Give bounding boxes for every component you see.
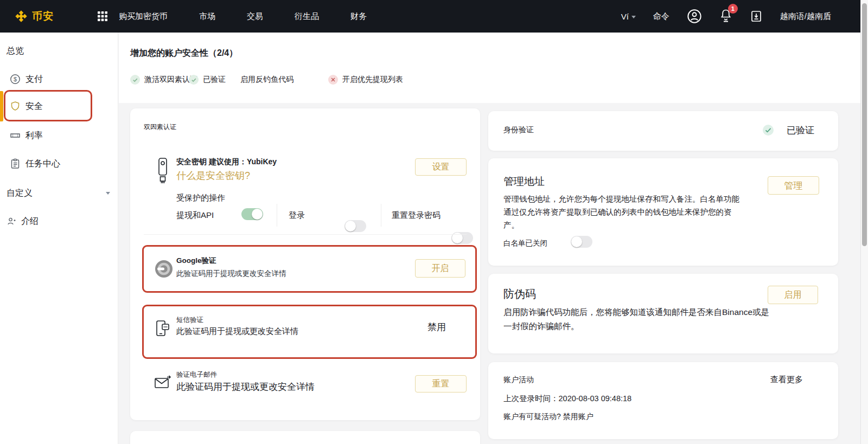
apps-grid-icon[interactable]	[97, 11, 108, 22]
setup-security-key-button[interactable]: 设置	[415, 158, 467, 176]
whitelist-toggle[interactable]	[571, 236, 592, 248]
check-circle-icon	[130, 75, 140, 85]
usb-key-icon	[156, 157, 169, 186]
x-circle-icon	[328, 75, 338, 85]
toggle-knob	[345, 221, 356, 231]
sidebar-header-overview[interactable]: 总览	[0, 40, 118, 62]
checklist-item-antiphishing: 启用反钓鱼代码	[240, 75, 293, 85]
sms-verification-title: 短信验证	[176, 316, 203, 325]
toggle-label-reset-password: 重置登录密码	[392, 210, 441, 221]
toggle-label-login: 登录	[289, 210, 305, 221]
checklist-item-2fa: 激活双因素认证	[130, 75, 197, 85]
enable-google-button[interactable]: 开启	[415, 259, 465, 278]
nav-orders[interactable]: 命令	[653, 11, 669, 22]
notifications-button[interactable]: 1	[719, 8, 732, 24]
svg-text:$: $	[14, 76, 17, 82]
binance-diamond-icon	[14, 9, 28, 23]
two-factor-card: 双因素认证 安全密钥 建议使用：YubiKey 什么是安全密钥? 设置 受保护的…	[130, 108, 480, 420]
download-icon	[750, 10, 763, 23]
identity-title: 身份验证	[503, 125, 534, 135]
sidebar-header-custom[interactable]: 自定义	[0, 180, 118, 206]
google-verification-title: Google验证	[176, 256, 216, 266]
dollar-circle-icon: $	[10, 74, 21, 85]
email-verification-title: 验证电子邮件	[176, 370, 217, 379]
sidebar-item-interest[interactable]: 利率	[0, 123, 118, 149]
nav-item-markets[interactable]: 市场	[199, 11, 215, 22]
reset-email-button[interactable]: 重置	[415, 375, 467, 392]
address-management-card: 管理地址 管理钱包地址，允许您为每个提现地址保存和写入备注。白名单功能通过仅允许…	[488, 158, 838, 266]
login-toggle[interactable]	[344, 220, 366, 232]
check-circle-icon	[189, 75, 199, 85]
tasks-icon	[10, 158, 21, 169]
activity-title: 账户活动	[503, 375, 534, 385]
scrollbar-track	[860, 0, 868, 444]
google-verification-desc: 此验证码用于提现或更改安全详情	[176, 269, 286, 279]
sms-phone-icon	[155, 320, 170, 340]
active-indicator	[0, 91, 3, 121]
top-nav: 币安 购买加密货币 市场 交易 衍生品 财务 Ví 命令	[0, 0, 868, 33]
chevron-down-icon	[106, 192, 110, 195]
address-title: 管理地址	[503, 175, 545, 189]
identity-status: 已验证	[787, 124, 814, 137]
sidebar-item-referral[interactable]: 介绍	[0, 209, 118, 233]
identity-verification-card: 身份验证 已验证	[488, 111, 838, 151]
binance-security-page: 币安 购买加密货币 市场 交易 衍生品 财务 Ví 命令	[0, 0, 868, 444]
notification-badge: 1	[728, 4, 738, 14]
toggle-label-withdrawal-api: 提现和API	[176, 210, 214, 221]
checklist-item-whitelist: 开启优先提现列表	[328, 75, 403, 85]
email-icon	[154, 375, 171, 392]
nav-right-group: Ví 命令 1	[621, 8, 868, 24]
manage-address-button[interactable]: 管理	[768, 176, 819, 195]
voucher-icon	[10, 130, 21, 141]
section-label-2fa: 双因素认证	[144, 122, 180, 132]
checklist-item-verified: 已验证	[189, 75, 226, 85]
referral-icon	[7, 216, 16, 226]
anti-phishing-desc: 启用防诈骗代码功能后，您将能够知道该通知邮件是否来自Binance或是一封假的诈…	[503, 305, 775, 333]
anti-phishing-card: 防伪码 启用防诈骗代码功能后，您将能够知道该通知邮件是否来自Binance或是一…	[488, 274, 838, 353]
toggle-knob	[571, 236, 582, 247]
anti-phishing-title: 防伪码	[503, 287, 536, 301]
email-verification-desc: 此验证码用于提现或更改安全详情	[176, 381, 315, 393]
nav-item-derivatives[interactable]: 衍生品	[295, 11, 319, 22]
nav-item-buy-crypto[interactable]: 购买加密货币	[119, 11, 168, 22]
last-login-time: 上次登录时间：2020-08-03 09:48:18	[503, 394, 631, 404]
security-header: 增加您的账户安全性（2/4） 激活双因素认证 已验证 启用反钓鱼代码 开启优先提…	[119, 33, 868, 103]
security-key-title: 安全密钥 建议使用：YubiKey	[176, 157, 277, 167]
divider	[277, 204, 277, 227]
sidebar: 总览 $ 支付 安全 利率	[0, 33, 118, 444]
view-more-link[interactable]: 查看更多	[770, 375, 803, 385]
nav-item-trade[interactable]: 交易	[247, 11, 263, 22]
protected-operations-label: 受保护的操作	[176, 193, 225, 203]
account-activity-card: 账户活动 查看更多 上次登录时间：2020-08-03 09:48:18 账户有…	[488, 362, 838, 439]
language-currency-selector[interactable]: 越南语/越南盾	[780, 11, 831, 22]
sidebar-item-task-center[interactable]: 任务中心	[0, 151, 118, 177]
scrollbar-thumb[interactable]	[862, 3, 867, 246]
google-authenticator-icon	[155, 260, 173, 280]
nav-wallet-dropdown[interactable]: Ví	[621, 12, 636, 21]
sms-verification-desc: 此验证码用于提现或更改安全详情	[176, 326, 298, 337]
toggle-knob	[252, 209, 263, 220]
divider	[381, 204, 381, 227]
download-app-button[interactable]	[750, 10, 763, 23]
suspicious-activity-link[interactable]: 账户有可疑活动? 禁用账户	[503, 412, 593, 422]
shield-icon	[10, 101, 21, 112]
what-is-security-key-link[interactable]: 什么是安全密钥?	[176, 169, 250, 182]
binance-logo[interactable]: 币安	[14, 9, 54, 23]
whitelist-label: 白名单已关闭	[503, 239, 547, 248]
check-circle-icon	[762, 124, 774, 138]
page-title: 增加您的账户安全性（2/4）	[130, 48, 238, 59]
next-card-partial	[130, 431, 480, 444]
enable-anti-phishing-button[interactable]: 启用	[768, 286, 818, 304]
divider	[144, 234, 467, 235]
profile-icon[interactable]	[687, 9, 702, 24]
sidebar-item-payment[interactable]: $ 支付	[0, 66, 118, 92]
sidebar-item-security[interactable]: 安全	[0, 92, 118, 120]
chevron-down-icon	[631, 16, 636, 18]
disable-sms-button[interactable]: 禁用	[427, 321, 446, 333]
withdrawal-api-toggle[interactable]	[241, 208, 263, 220]
address-desc: 管理钱包地址，允许您为每个提现地址保存和写入备注。白名单功能通过仅允许将资产提取…	[503, 193, 745, 232]
nav-item-finance[interactable]: 财务	[350, 11, 367, 22]
logo-text: 币安	[32, 9, 54, 23]
